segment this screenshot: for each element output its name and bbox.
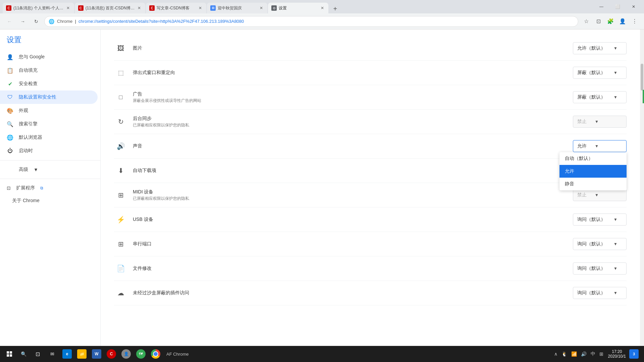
plugin-dropdown[interactable]: 询问（默认） ▼ — [573, 287, 627, 299]
popup-dropdown-arrow: ▼ — [613, 70, 618, 75]
serial-content: 串行端口 — [133, 241, 568, 247]
tab-1[interactable]: C (11条消息) 个人资料-个人… ✕ — [3, 3, 74, 13]
profile-button[interactable]: 👤 — [617, 16, 628, 27]
word-icon: W — [92, 349, 101, 359]
tray-layout-icon[interactable]: ⊞ — [598, 351, 605, 357]
mail-button[interactable]: ✉ — [46, 347, 59, 361]
images-dropdown[interactable]: 允许（默认） ▼ — [573, 42, 627, 54]
sidebar-divider — [0, 160, 100, 161]
bookmark-button[interactable]: ☆ — [581, 16, 592, 27]
tray-sound-icon[interactable]: 🔊 — [580, 351, 588, 357]
sound-dropdown[interactable]: 允许 ▼ — [573, 140, 627, 152]
sidebar-item-google[interactable]: 👤 您与 Google — [0, 50, 98, 64]
browser-frame: C (11条消息) 个人资料-个人… ✕ C (11条消息) 首页-CSDN博…… — [0, 0, 644, 362]
background-dropdown[interactable]: 禁止 ▼ — [573, 116, 627, 128]
sidebar-item-autofill[interactable]: 📋 自动填充 — [0, 64, 98, 77]
tab-5-close[interactable]: ✕ — [320, 5, 325, 11]
plugin-content: 未经过沙盒屏蔽的插件访问 — [133, 290, 568, 296]
sidebar-label-appearance: 外观 — [19, 108, 91, 114]
new-tab-button[interactable]: + — [330, 4, 340, 13]
serial-dropdown-value: 询问（默认） — [577, 241, 605, 247]
menu-button[interactable]: ⋮ — [629, 16, 640, 27]
popup-content: 弹出式窗口和重定向 — [133, 70, 568, 76]
popup-control: 屏蔽（默认） ▼ — [573, 67, 627, 79]
images-icon: 🖼 — [114, 42, 127, 55]
taskview-button[interactable]: ⊡ — [31, 347, 44, 361]
sidebar-label-extensions: 扩展程序 — [16, 185, 35, 191]
sidebar-item-appearance[interactable]: 🎨 外观 — [0, 104, 98, 117]
usb-title: USB 设备 — [133, 217, 568, 223]
maximize-button[interactable]: ⬜ — [610, 1, 625, 12]
midi-dropdown[interactable]: 禁止 ▼ — [573, 189, 627, 201]
tab-4-close[interactable]: ✕ — [259, 5, 264, 11]
scrollbar[interactable] — [640, 29, 644, 346]
background-dropdown-value: 禁止 — [577, 119, 587, 125]
serial-dropdown[interactable]: 询问（默认） ▼ — [573, 238, 627, 250]
tray-time-value: 17:20 — [608, 349, 626, 354]
sound-option-mute[interactable]: 静音 — [559, 178, 627, 190]
sidebar-item-startup[interactable]: ⏻ 启动时 — [0, 144, 98, 158]
extensions-button[interactable]: 🧩 — [605, 16, 616, 27]
tab-1-close[interactable]: ✕ — [65, 5, 71, 11]
taskbar-word[interactable]: W — [90, 347, 103, 361]
autofill-icon: 📋 — [7, 67, 13, 74]
tray-up-arrow[interactable]: ∧ — [553, 351, 559, 357]
tab-2[interactable]: C (11条消息) 首页-CSDN博… ✕ — [75, 3, 146, 13]
file-dropdown[interactable]: 询问（默认） ▼ — [573, 262, 627, 275]
midi-dropdown-arrow: ▼ — [595, 193, 599, 197]
address-bar[interactable]: 🌐 Chrome | chrome://settings/content/sit… — [44, 16, 578, 27]
csdn-icon: C — [107, 349, 116, 359]
sound-option-allow[interactable]: 允许 — [559, 165, 627, 178]
sidebar-item-browser[interactable]: 🌐 默认浏览器 — [0, 131, 98, 144]
taskbar-chrome[interactable] — [149, 347, 162, 361]
taskbar-csdn[interactable]: C — [105, 347, 118, 361]
screenshot-button[interactable]: ⊡ — [593, 16, 604, 27]
sidebar-item-about[interactable]: 关于 Chrome — [0, 194, 100, 207]
tab-3[interactable]: C 写文章-CSDN博客 ✕ — [146, 3, 206, 13]
tab-5[interactable]: ⚙ 设置 ✕ — [268, 3, 328, 13]
sidebar-item-extensions[interactable]: ⊡ 扩展程序 ⧉ — [0, 182, 100, 194]
taskbar-search-button[interactable]: 🔍 — [17, 348, 30, 360]
sound-dropdown-arrow: ▼ — [595, 144, 599, 148]
tray-time[interactable]: 17:20 2020/10/1 — [606, 349, 628, 359]
settings-row-serial: ⊞ 串行端口 询问（默认） ▼ — [114, 232, 627, 256]
ads-dropdown-value: 屏蔽（默认） — [577, 94, 605, 100]
sidebar-item-search[interactable]: 🔍 搜索引擎 — [0, 117, 98, 131]
settings-row-popup: ⬚ 弹出式窗口和重定向 屏蔽（默认） ▼ — [114, 61, 627, 85]
tab-3-close[interactable]: ✕ — [198, 5, 203, 11]
svg-rect-3 — [10, 354, 12, 357]
sound-option-auto[interactable]: 自动（默认） — [559, 152, 627, 165]
serial-control: 询问（默认） ▼ — [573, 238, 627, 250]
background-title: 后台同步 — [133, 116, 568, 122]
usb-dropdown[interactable]: 询问（默认） ▼ — [573, 214, 627, 226]
tray-zh-icon[interactable]: 中 — [589, 350, 597, 358]
minimize-button[interactable]: — — [594, 1, 609, 12]
tab-2-close[interactable]: ✕ — [137, 5, 142, 11]
midi-control: 禁止 ▼ — [573, 189, 627, 201]
background-dropdown-arrow: ▼ — [595, 119, 599, 124]
taskbar-edge[interactable]: e — [60, 347, 74, 361]
sidebar-item-security[interactable]: ✔ 安全检查 — [0, 77, 98, 90]
taskbar-files[interactable]: 📁 — [75, 347, 89, 361]
sidebar-item-advanced[interactable]: 高级 ▼ — [0, 163, 100, 176]
popup-dropdown[interactable]: 屏蔽（默认） ▼ — [573, 67, 627, 79]
ads-dropdown[interactable]: 屏蔽（默认） ▼ — [573, 91, 627, 103]
nav-right: ☆ ⊡ 🧩 👤 ⋮ — [581, 16, 640, 27]
back-button[interactable]: ← — [4, 16, 15, 27]
ads-title: 广告 — [133, 91, 568, 97]
tab-4[interactable]: 🖼 迎中秋贺国庆 ✕ — [207, 3, 267, 13]
reload-button[interactable]: ↻ — [31, 16, 42, 27]
tray-qq-icon[interactable]: 🐧 — [560, 351, 569, 357]
notification-badge[interactable]: 3 — [629, 349, 639, 359]
taskbar-maps[interactable]: 🗺 — [134, 347, 148, 361]
close-button[interactable]: ✕ — [626, 1, 641, 12]
forward-button[interactable]: → — [17, 16, 28, 27]
start-button[interactable] — [3, 347, 16, 361]
tab-1-title: (11条消息) 个人资料-个人… — [13, 5, 63, 11]
window-controls: — ⬜ ✕ — [594, 1, 641, 12]
tray-wifi-icon[interactable]: 📶 — [570, 351, 578, 357]
content-area: 🖼 图片 允许（默认） ▼ ⬚ 弹出式窗口和重定向 — [101, 29, 640, 346]
sidebar-item-privacy[interactable]: 🛡 隐私设置和安全性 — [0, 90, 98, 104]
sound-control: 允许 ▼ 自动（默认） 允许 静音 — [573, 140, 627, 152]
taskbar-avatar[interactable]: 👤 — [119, 347, 133, 361]
